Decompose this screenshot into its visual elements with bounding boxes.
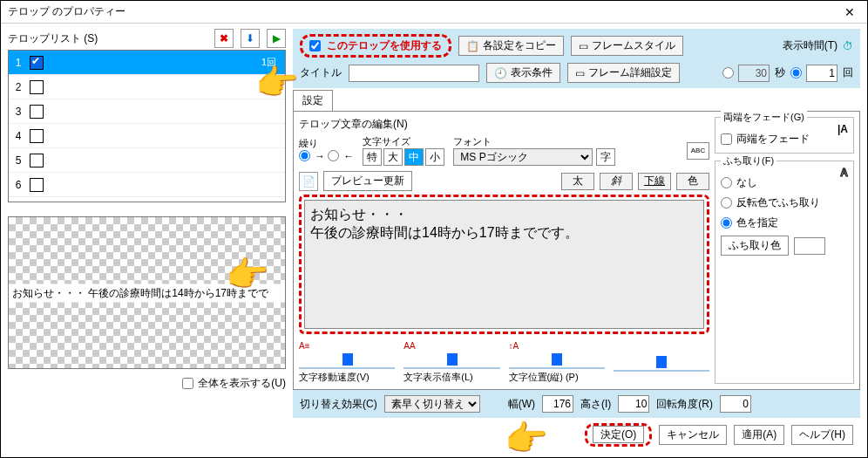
outline-color-button[interactable]: ふち取り色	[721, 236, 789, 256]
preview-area: お知らせ・・・ 午後の診療時間は14時から17時までで	[8, 216, 286, 369]
underline-button[interactable]: 下線	[638, 173, 671, 190]
dialog-window: テロップ のプロパティー ✕ テロップリスト (S) ✖ ⬇ ▶ 1 1回 2 …	[0, 0, 868, 458]
speed-slider[interactable]	[299, 352, 395, 369]
italic-button[interactable]: 斜	[600, 173, 633, 190]
checkbox-icon[interactable]	[30, 178, 44, 192]
use-telop-checkbox[interactable]: このテロップを使用する	[300, 34, 451, 58]
tab-strip: 設定	[293, 90, 860, 111]
size-xl-button[interactable]: 特	[363, 148, 382, 166]
scroll-left-radio[interactable]: ←	[328, 150, 354, 162]
checkbox-icon[interactable]	[30, 129, 44, 143]
tab-settings[interactable]: 設定	[293, 90, 333, 111]
top-controls: このテロップを使用する 📋各設定をコピー ▭フレームスタイル 表示時間(T) ⏱…	[293, 29, 860, 88]
extra-slider[interactable]	[614, 354, 709, 372]
cancel-button[interactable]: キャンセル	[659, 425, 727, 445]
list-item[interactable]: 1 1回	[9, 51, 285, 75]
close-icon[interactable]: ✕	[839, 5, 860, 19]
outline-specify-radio[interactable]: 色を指定	[721, 215, 840, 230]
size-l-button[interactable]: 大	[383, 148, 403, 166]
bottom-bar: 切り替え効果(C) 素早く切り替え 幅(W) 高さ(I) 回転角度(R)	[293, 390, 860, 418]
title-input[interactable]	[349, 65, 479, 82]
height-spinner[interactable]	[618, 395, 649, 413]
size-s-button[interactable]: 小	[425, 148, 444, 166]
fade-checkbox[interactable]: 両端をフェード	[721, 132, 810, 147]
checkbox-icon[interactable]	[30, 105, 44, 119]
abc-icon[interactable]: ABC	[687, 142, 709, 160]
frame-style-button[interactable]: ▭フレームスタイル	[571, 36, 683, 56]
show-all-checkbox[interactable]: 全体を表示する(U)	[182, 376, 286, 391]
bold-button[interactable]: 太	[561, 173, 594, 190]
outline-color-swatch[interactable]	[794, 237, 825, 255]
download-icon[interactable]: ⬇	[241, 29, 260, 48]
list-item[interactable]: 2	[9, 75, 285, 99]
outline-invert-radio[interactable]: 反転色でふち取り	[721, 195, 840, 210]
list-item[interactable]: 6	[9, 173, 285, 197]
list-item[interactable]: 5	[9, 148, 285, 173]
transition-select[interactable]: 素早く切り替え	[384, 395, 480, 413]
list-item[interactable]: 4	[9, 124, 285, 148]
font-detail-button[interactable]: 字	[596, 148, 615, 166]
count-spinner[interactable]	[806, 65, 837, 82]
list-item[interactable]: 3	[9, 99, 285, 124]
position-slider[interactable]	[509, 352, 605, 369]
fade-group: 両端をフェード(G) |A 両端をフェード	[715, 117, 854, 154]
outline-none-radio[interactable]: なし	[721, 175, 840, 190]
fade-icon: |A	[837, 123, 848, 135]
copy-settings-button[interactable]: 📋各設定をコピー	[458, 36, 564, 56]
stopwatch-icon: ⏱	[843, 40, 853, 52]
outline-group: ふち取り(F) A なし 反転色でふち取り 色を指定 ふち取り色	[715, 161, 854, 384]
telop-list[interactable]: 1 1回 2 3 4 5 6	[8, 50, 286, 202]
frame-detail-button[interactable]: ▭フレーム詳細設定	[567, 63, 680, 83]
checkbox-icon[interactable]	[30, 56, 44, 70]
angle-spinner[interactable]	[720, 395, 751, 413]
checkbox-icon[interactable]	[30, 80, 44, 94]
settings-panel: テロップ文章の編集(N) 繰り → ← 文字サイズ 特 大 中	[293, 111, 860, 390]
transition-label: 切り替え効果(C)	[300, 397, 377, 412]
window-title: テロップ のプロパティー	[8, 4, 839, 19]
time-radio[interactable]	[722, 65, 770, 82]
play-icon[interactable]: ▶	[267, 29, 286, 48]
size-m-button[interactable]: 中	[404, 148, 424, 166]
checkbox-icon[interactable]	[30, 154, 44, 167]
apply-button[interactable]: 適用(A)	[734, 425, 784, 445]
outline-icon: A	[840, 167, 848, 179]
magnify-slider[interactable]	[403, 352, 499, 369]
scroll-right-radio[interactable]: →	[299, 150, 325, 162]
telop-text-input[interactable]: お知らせ・・・ 午後の診療時間は14時から17時までです。	[304, 200, 704, 329]
color-button[interactable]: 色	[676, 173, 709, 190]
position-icon: ↕A	[509, 341, 519, 351]
telop-list-label: テロップリスト (S)	[8, 31, 98, 46]
display-condition-button[interactable]: 🕘表示条件	[486, 63, 560, 83]
help-button[interactable]: ヘルプ(H)	[791, 425, 853, 445]
speed-icon: A≡	[299, 341, 310, 351]
font-select[interactable]: MS Pゴシック	[453, 148, 593, 166]
magnify-icon: AA	[403, 341, 415, 351]
preview-text: お知らせ・・・ 午後の診療時間は14時から17時までで	[9, 284, 285, 302]
preview-update-button[interactable]: プレビュー更新	[323, 171, 412, 191]
count-radio[interactable]	[790, 65, 837, 82]
ok-button[interactable]: 決定(O)	[593, 426, 644, 443]
titlebar: テロップ のプロパティー ✕	[1, 1, 867, 24]
copy-icon[interactable]: 📄	[299, 172, 318, 191]
edit-header: テロップ文章の編集(N)	[299, 117, 709, 132]
time-spinner[interactable]	[738, 65, 770, 82]
title-label: タイトル	[300, 65, 342, 80]
width-spinner[interactable]	[542, 395, 573, 413]
display-time-label: 表示時間(T)	[783, 38, 837, 53]
delete-icon[interactable]: ✖	[214, 29, 234, 48]
